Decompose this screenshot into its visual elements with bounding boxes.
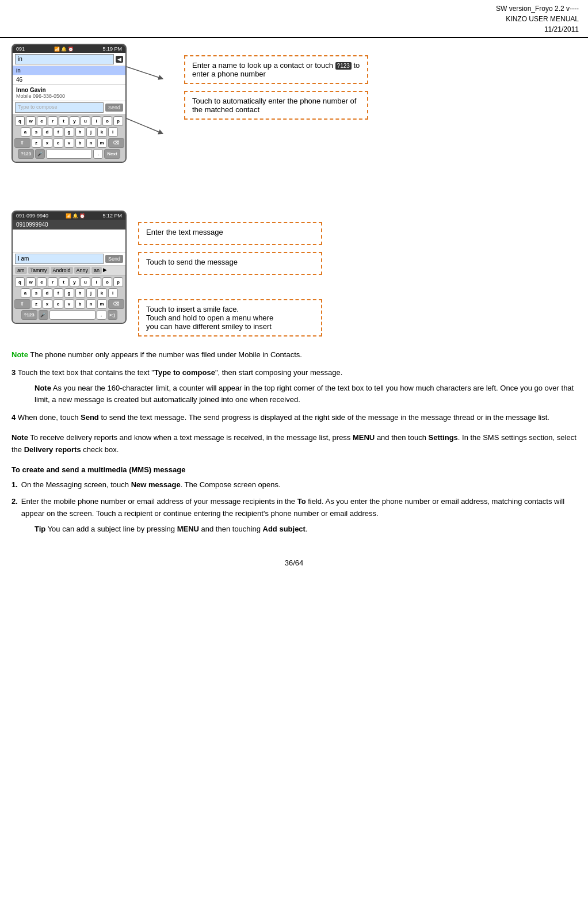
step3-note-label: Note — [35, 384, 51, 392]
header-line2: KINZO USER MENUAL — [506, 15, 579, 23]
header-line3: 11/21/2011 — [544, 25, 579, 33]
keyboard-2: qwertyuiop asdfghjkl ⇧zxcvbnm⌫ ?123🎤.>;) — [13, 276, 125, 323]
step4-text2: to send the text message. The send progr… — [99, 413, 549, 422]
step4-paragraph: 4 When done, touch Send to send the text… — [12, 412, 576, 424]
backspace-btn[interactable]: ◀ — [116, 56, 123, 63]
message-input-2[interactable]: I am — [15, 254, 104, 264]
send-button-1[interactable]: Send — [105, 104, 123, 112]
kb-row-2: asdfghjkl — [14, 127, 124, 137]
step3-note: Note As you near the 160-character limit… — [35, 383, 576, 407]
header-line1: SW version_Froyo 2.2 v---- — [496, 5, 579, 13]
send-button-2[interactable]: Send — [105, 255, 123, 263]
mms-heading: To create and send a multimedia (MMS) me… — [12, 464, 576, 476]
note-1-section: Note The phone number only appears if th… — [12, 349, 576, 361]
note2-section: Note To receive delivery reports and kno… — [12, 432, 576, 456]
suggestions-row: am Tammy Android Anny an ▶ — [13, 266, 125, 276]
note2-paragraph: Note To receive delivery reports and kno… — [12, 432, 576, 456]
compose-area-2[interactable] — [13, 230, 125, 253]
kb-row-4: ?123🎤.Next — [14, 149, 124, 159]
phone-to-field[interactable]: in ◀ — [13, 53, 125, 66]
callout-2-3: Touch to insert a smile face. Touch and … — [138, 299, 322, 337]
contact-item[interactable]: Inno Gavin Mobile 096-338-0500 — [13, 85, 125, 101]
phone-mockup-2: 091-099-9940 📶 🔔 ⏰ 5:12 PM 0910999940 I … — [12, 211, 127, 324]
mms-tip: Tip You can add a subject line by pressi… — [35, 523, 576, 536]
diagram1: 091 📶 🔔 ⏰ 5:19 PM in ◀ in 46 Inno Gavin — [12, 44, 576, 205]
mms-section: To create and send a multimedia (MMS) me… — [12, 464, 576, 539]
step3-text: Touch the text box that contains the tex… — [18, 368, 154, 377]
diagram2: 091-099-9940 📶 🔔 ⏰ 5:12 PM 0910999940 I … — [12, 211, 576, 343]
contact-name: Inno Gavin — [16, 87, 122, 93]
note2-label: Note — [12, 433, 28, 442]
dropdown-item-1[interactable]: in — [13, 66, 125, 75]
keyboard-1: qwertyuiop asdfghjkl ⇧zxcvbnm⌫ ?123🎤.Nex… — [13, 114, 125, 162]
input-row-2[interactable]: I am Send — [13, 253, 125, 266]
compose-row-1[interactable]: Type to compose Send — [13, 101, 125, 114]
callout-2-1: Enter the text message — [138, 222, 322, 245]
callout-1-2: Touch to automatically enter the phone n… — [184, 91, 368, 120]
main-content: 091 📶 🔔 ⏰ 5:19 PM in ◀ in 46 Inno Gavin — [0, 38, 588, 549]
compose-field-1[interactable]: Type to compose — [15, 102, 104, 113]
contact-phone: Mobile 096-338-0500 — [16, 93, 122, 99]
page-number: 36/64 — [285, 559, 304, 567]
step4-number: 4 — [12, 413, 16, 422]
phone-to-input[interactable]: in — [15, 54, 114, 64]
svg-line-0 — [127, 67, 161, 78]
phone-mockup-1: 091 📶 🔔 ⏰ 5:19 PM in ◀ in 46 Inno Gavin — [12, 44, 127, 163]
phone-number-bar: 0910999940 — [13, 220, 125, 230]
mms-item-2: 2. Enter the mobile phone number or emai… — [12, 496, 576, 538]
phone-dropdown-1: in 46 — [13, 66, 125, 85]
step3-paragraph: 3 Touch the text box that contains the t… — [12, 367, 576, 379]
phone-status-bar-1: 091 📶 🔔 ⏰ 5:19 PM — [13, 45, 125, 53]
kb-row-3: ⇧zxcvbnm⌫ — [14, 138, 124, 148]
callout-1-1: Enter a name to look up a contact or tou… — [184, 55, 368, 84]
mms-item-1: 1. On the Messaging screen, touch New me… — [12, 479, 576, 491]
note1-label: Note — [12, 350, 28, 359]
status-left-1: 091 — [16, 46, 25, 52]
step3-section: 3 Touch the text box that contains the t… — [12, 367, 576, 406]
callouts-2: Enter the text message Touch to send the… — [138, 222, 576, 343]
step3-bold: Type to compose — [154, 368, 215, 377]
callout-2-2: Touch to send the message — [138, 252, 322, 275]
page-footer: 36/64 — [0, 559, 588, 567]
note-1-paragraph: Note The phone number only appears if th… — [12, 349, 576, 361]
mms-list: 1. On the Messaging screen, touch New me… — [12, 479, 576, 538]
step4-text: When done, touch — [18, 413, 81, 422]
step4-bold: Send — [81, 413, 99, 422]
dropdown-item-2[interactable]: 46 — [13, 75, 125, 85]
step4-section: 4 When done, touch Send to send the text… — [12, 412, 576, 424]
note1-text: The phone number only appears if the num… — [28, 350, 302, 359]
phone-status-bar-2: 091-099-9940 📶 🔔 ⏰ 5:12 PM — [13, 212, 125, 220]
step3-note-text: As you near the 160-character limit, a c… — [35, 384, 574, 404]
step3-number: 3 — [12, 368, 16, 377]
kb-row-1: qwertyuiop — [14, 116, 124, 126]
status-right-1: 5:19 PM — [102, 46, 122, 52]
page-header: SW version_Froyo 2.2 v---- KINZO USER ME… — [0, 0, 588, 38]
diagram1-arrows — [127, 44, 173, 205]
svg-line-1 — [127, 118, 161, 133]
callouts-1: Enter a name to look up a contact or tou… — [184, 55, 576, 127]
